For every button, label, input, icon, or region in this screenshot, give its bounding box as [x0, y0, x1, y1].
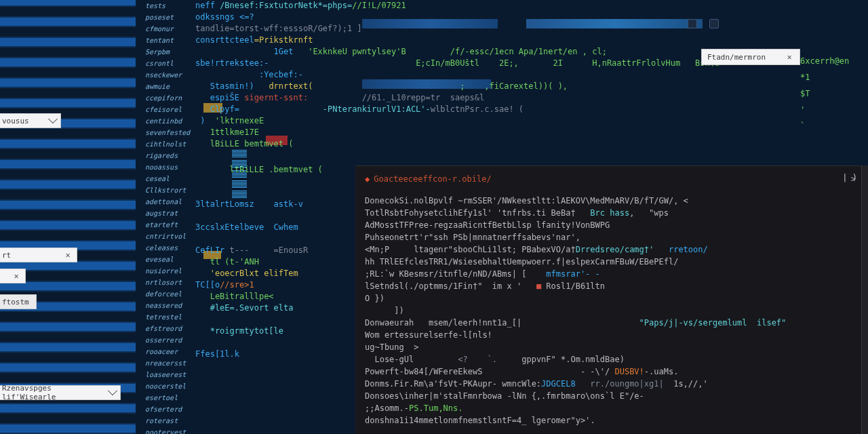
close-icon[interactable]: ✕: [785, 52, 794, 62]
sidebar-item[interactable]: eveseal: [145, 254, 193, 265]
code-line: Clpyf= -PNterankirurlV1:ACL'-wlblctnPsr.…: [195, 104, 868, 115]
code-line: :Yecbef:-: [195, 69, 868, 81]
code-line: Stasmin!) drnrtext( ; ,fiCarextel))( ),: [195, 81, 868, 92]
code-line: [195, 314, 351, 326]
sidebar-item[interactable]: adettonal: [145, 196, 193, 208]
sidebar-item[interactable]: tentant: [145, 35, 193, 46]
sidebar-item[interactable]: ofserterd: [145, 403, 193, 415]
code-line: Ffes[1l.k: [195, 349, 351, 360]
terminal-line: donshna1i14mmetlonmfnemstlsntF=4_ lgerom…: [365, 414, 856, 427]
sidebar-item[interactable]: ccepiforn: [145, 92, 193, 104]
dropdown-label: Rzenavspges lif'Wisearle: [2, 384, 109, 401]
popup-label: ftostm: [2, 298, 29, 307]
sidebar-item[interactable]: noocerstel: [145, 380, 193, 392]
terminal-line: Donsoes\inher|m'stalFmnrbowa -lNn {,.fmr…: [365, 390, 856, 402]
sidebar-item[interactable]: Serpbm: [145, 46, 193, 58]
sidebar-item[interactable]: nreacersst: [145, 357, 193, 369]
code-line: consrttcteel=Prikstkrnft: [195, 35, 868, 46]
sidebar-item[interactable]: awmuie: [145, 81, 193, 92]
sidebar-item[interactable]: celeases: [145, 242, 193, 254]
code-line: odkssngs <=?: [195, 12, 868, 23]
popup-input[interactable]: rt ✕: [0, 248, 77, 262]
sidebar-item[interactable]: tests: [145, 0, 193, 12]
sidebar-item[interactable]: nusiorrel: [145, 265, 193, 277]
terminal-line: TotlRsbtFohysetclihEfy1sl' 'tnfrbs.ti Be…: [365, 207, 856, 219]
chevron-down-icon: [48, 114, 58, 123]
close-icon[interactable]: ✕: [63, 250, 73, 260]
code-editor-lower[interactable]: ltBiLLE .bemtmvet ( 3ltalrtLomsz astk-v3…: [195, 164, 351, 372]
code-line: #leE=.Sevort elta: [195, 302, 351, 314]
code-line: ltBiLLE .bemtmvet (: [195, 164, 351, 176]
sidebar-item[interactable]: rooaceer: [145, 346, 193, 357]
code-editor[interactable]: neff /Bnesef:FsxtutorNetk*=phps=//I!L/07…: [195, 0, 868, 163]
code-line: TC[[o//sre>1: [195, 279, 351, 291]
dropdown-bottom[interactable]: Rzenavspges lif'Wisearle: [0, 385, 121, 400]
toolbar-icons: [688, 19, 719, 28]
code-line: tandlie=torst-wff:esssoR/Gef?);1 ]: [195, 23, 868, 35]
code-line: [195, 187, 351, 199]
code-line: LeBitralllpe<: [195, 291, 351, 302]
terminal-line: O }): [365, 292, 856, 304]
sidebar-file-list[interactable]: testsposesetcfmonurtentantSerpbmcsrontln…: [145, 0, 193, 434]
sidebar-item[interactable]: cihtlnolst: [145, 138, 193, 150]
code-line: lBiLLE bemtmvet (: [195, 138, 868, 150]
terminal-split-icon[interactable]: | ): [842, 173, 857, 182]
dropdown-filter[interactable]: vousus: [0, 113, 61, 128]
sidebar-item[interactable]: csrontl: [145, 58, 193, 69]
popup-label: rt: [2, 251, 11, 260]
terminal-title: Goacteeceeffcon-r.obile/: [374, 173, 491, 185]
sidebar-item[interactable]: augstrat: [145, 208, 193, 219]
code-line: neff /Bnesef:FsxtutorNetk*=phps=//I!L/07…: [195, 0, 868, 12]
minimap-block: [232, 149, 247, 157]
find-input-text[interactable]: Ftadn/mermron: [707, 53, 766, 62]
terminal-line: AdMosstTFPree-regzaaRicntfBetbLlsp lfani…: [365, 219, 856, 231]
terminal-line: hh TRlEEfclesTRR1/WsiesebhaltUempwoerr.f…: [365, 256, 856, 268]
terminal-line: ]): [365, 304, 856, 317]
sidebar-item[interactable]: cfmonur: [145, 23, 193, 35]
terminal-line: Donms.Fir.Rm\a'fsVt-PKAupr- wmncWle:JDGC…: [365, 378, 856, 390]
sidebar-item[interactable]: sevenfested: [145, 127, 193, 138]
terminal-line: Powerft-bw84[/WFereEkewS - -\'/ DUSBV!-.…: [365, 366, 856, 378]
sidebar-item[interactable]: Cllkstrort: [145, 184, 193, 196]
right-gutter-code: 6xcerrh@en*1$T'`: [800, 53, 868, 134]
sidebar-item[interactable]: tetrestel: [145, 311, 193, 323]
dropdown-label: vousus: [2, 117, 29, 125]
sidebar-item[interactable]: loaseerest: [145, 369, 193, 380]
sidebar-item[interactable]: osserrerd: [145, 334, 193, 346]
sidebar-item[interactable]: nseckewer: [145, 69, 193, 81]
close-icon[interactable]: ✕: [12, 271, 21, 281]
sidebar-item[interactable]: centiinbd: [145, 115, 193, 127]
code-line: ) 'lktrnexeE: [195, 115, 868, 127]
sidebar-item[interactable]: ceseal: [145, 173, 193, 184]
find-popup[interactable]: Ftadn/mermron ✕: [701, 49, 800, 65]
terminal-scrollbar[interactable]: [861, 165, 868, 434]
terminal-line: <Mn;P ltagenr"sbooChLi1lst; PBabexVO/a†D…: [365, 243, 856, 256]
toolbar-icon[interactable]: [688, 19, 697, 28]
sidebar-item[interactable]: nrtlosort: [145, 277, 193, 288]
terminal-line: lSetndsl(./optmms/1Fin†" im x ' ■ Rosl1/…: [365, 280, 856, 292]
sidebar-item[interactable]: deforceel: [145, 288, 193, 300]
sidebar-item[interactable]: etarteft: [145, 219, 193, 231]
sidebar-item[interactable]: esertoel: [145, 392, 193, 403]
terminal-header: ◆ Goacteeceeffcon-r.obile/ >: [365, 173, 856, 185]
sidebar-item[interactable]: neassered: [145, 300, 193, 311]
sidebar-item[interactable]: roterast: [145, 415, 193, 427]
terminal-actions[interactable]: | ): [842, 172, 857, 184]
terminal-line: Wom ertessurelserfe-l[nls!: [365, 329, 856, 341]
sidebar-item[interactable]: poseset: [145, 12, 193, 23]
terminal-line: ug~Tbung >: [365, 341, 856, 353]
sidebar-item[interactable]: nooassus: [145, 161, 193, 173]
code-line: [195, 360, 351, 372]
background-stripes-left: [0, 0, 136, 434]
sidebar-item[interactable]: rigareds: [145, 150, 193, 161]
warning-icon: ◆: [365, 173, 370, 185]
sidebar-item[interactable]: cntrirtvol: [145, 231, 193, 242]
sidebar-item[interactable]: nootervest: [145, 427, 193, 434]
gutter-text: ': [800, 102, 868, 118]
sidebar-item[interactable]: efstreord: [145, 323, 193, 334]
code-line: 3ccslxEtelbeve Cwhem: [195, 222, 351, 233]
toolbar-icon[interactable]: [709, 19, 719, 28]
popup-input-collapsed[interactable]: ✕: [0, 269, 26, 283]
sidebar-item[interactable]: cfeisorel: [145, 104, 193, 115]
terminal-panel[interactable]: ◆ Goacteeceeffcon-r.obile/ > DonecokSi.n…: [355, 165, 865, 434]
